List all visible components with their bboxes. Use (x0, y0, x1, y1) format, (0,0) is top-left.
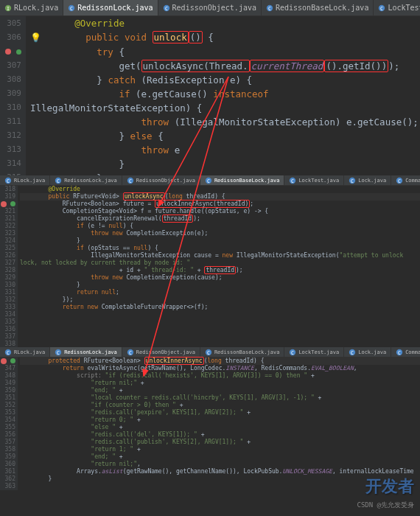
token: try (97, 46, 119, 57)
tab-rlock-java[interactable]: IRLock.java (0, 0, 63, 15)
code-line[interactable]: "return nil;", (20, 461, 420, 468)
code-line[interactable]: @Override (20, 186, 420, 193)
token: threadId (164, 215, 192, 222)
code-line[interactable]: }); (20, 296, 420, 304)
token: }); (63, 296, 73, 303)
code-line[interactable]: } (20, 237, 420, 245)
token: long (207, 358, 225, 364)
tab-locktest-java[interactable]: CLockTest.java (284, 175, 344, 185)
breakpoint-icon[interactable] (5, 49, 11, 55)
watermark: 开发者 (365, 475, 414, 498)
code-line[interactable]: "redis.call('del', KEYS[1]); " + (20, 431, 420, 439)
tab-rlock-java[interactable]: CRLock.java (0, 175, 50, 185)
code-line[interactable]: @Override (30, 16, 420, 30)
svg-text:C: C (398, 349, 401, 355)
code-line[interactable]: throw (IllegalMonitorStateException) e.g… (30, 115, 420, 129)
code-2[interactable]: @Override public RFuture<Void> unlockAsy… (18, 186, 420, 348)
code-line[interactable]: "end; " + (20, 387, 420, 394)
tab-label: RedissonObject.java (136, 178, 195, 184)
file-icon: C (289, 177, 296, 184)
token: (e.getCause() (136, 88, 213, 100)
tab-redissonbaselock-java[interactable]: CRedissonBaseLock.java (200, 175, 285, 185)
code-line[interactable]: if (e != null) { (20, 223, 420, 230)
token: ) { (147, 245, 158, 251)
tab-label: RedissonObject.java (136, 349, 195, 355)
code-line[interactable]: "return 1; " + (20, 446, 420, 453)
code-line[interactable]: "return nil;" + (20, 380, 420, 387)
token: "return 0; " (91, 416, 133, 423)
token: IllegalMonitorStateException cause = (91, 252, 222, 259)
code-line[interactable]: } else { (30, 129, 420, 143)
run-icon[interactable] (10, 201, 15, 206)
tab-label: RedissonLock.java (77, 4, 153, 12)
code-line[interactable]: "local counter = redis.call('hincrby', K… (20, 394, 420, 402)
code-line[interactable]: "else " + (20, 424, 420, 431)
code-line[interactable]: "redis.call('pexpire', KEYS[1], ARGV[2])… (20, 409, 420, 416)
code-line[interactable]: "redis.call('publish', KEYS[2], ARGV[1])… (20, 439, 420, 446)
code-line[interactable]: } (20, 282, 420, 289)
code-line[interactable]: throw new CompletionException(cause); (20, 274, 420, 282)
token: CompletionException(cause); (127, 274, 223, 281)
code-line[interactable]: return evalWriteAsync(getRawName(), Long… (20, 365, 420, 372)
bulb-icon[interactable]: 💡 (30, 32, 41, 43)
tab-redissonobject-java[interactable]: CRedissonObject.java (122, 347, 200, 357)
tab-label: RedissonBaseLock.java (276, 4, 368, 12)
breakpoint-icon[interactable] (1, 201, 7, 207)
svg-text:C: C (129, 349, 132, 355)
code-line[interactable]: protected RFuture<Boolean> unlockInnerAs… (20, 358, 420, 365)
file-icon: C (55, 177, 62, 184)
tab-lock-java[interactable]: CLock.java (344, 175, 391, 185)
code-line[interactable]: "return 0; " + (20, 416, 420, 424)
code-line[interactable]: RFuture<Boolean> future = unlockInnerAsy… (20, 201, 420, 208)
tab-label: RLock.java (14, 178, 45, 184)
tab-redissonbaselock-java[interactable]: CRedissonBaseLock.java (262, 0, 374, 15)
code-line[interactable]: "if (counter > 0) then " + (20, 402, 420, 409)
code-line[interactable]: return null; (20, 289, 420, 296)
code-line[interactable]: 💡 public void unlock() { (30, 30, 420, 45)
tab-redissonlock-java[interactable]: CRedissonLock.java (50, 175, 122, 185)
code-line[interactable]: script: "if (redis.call('hexists', KEYS[… (20, 372, 420, 380)
svg-text:C: C (7, 349, 10, 355)
code-3[interactable]: protected RFuture<Boolean> unlockInnerAs… (18, 358, 420, 490)
tab-locktest-java[interactable]: CLockTest.java (284, 347, 344, 357)
code-line[interactable]: return new CompletableFutureWrapper<>(f)… (20, 304, 420, 311)
line-number: 331 (0, 289, 15, 296)
code-line[interactable]: throw e (30, 143, 420, 157)
code-line[interactable]: } (30, 157, 420, 171)
token: null (102, 289, 116, 296)
tab-redissonobject-java[interactable]: CRedissonObject.java (122, 175, 200, 185)
code-line[interactable]: Arrays.asList(getRawName(), getChannelNa… (20, 468, 420, 475)
code-line[interactable]: IllegalMonitorStateException cause = new… (20, 252, 420, 267)
run-icon[interactable] (16, 49, 21, 55)
code-line[interactable]: try { (30, 45, 420, 59)
code-line[interactable]: } catch (RedisException e) { (30, 73, 420, 87)
code-line[interactable]: get(unlockAsync(Thread.currentThread().g… (30, 59, 420, 73)
breakpoint-icon[interactable] (1, 358, 7, 364)
code-line[interactable]: + id + " thread-id: " + threadId); (20, 267, 420, 274)
token: unlock (154, 32, 187, 43)
token: + (307, 372, 315, 379)
code-line[interactable]: if (e.getCause() instanceof IllegalMonit… (30, 87, 420, 115)
tab-locktest-java[interactable]: CLockTest.java (374, 0, 420, 15)
tab-redissonobject-java[interactable]: CRedissonObject.java (158, 0, 262, 15)
code-line[interactable]: } (20, 475, 420, 483)
code-line[interactable]: cancelExpirationRenewal(threadId); (20, 215, 420, 223)
token: + (133, 416, 141, 423)
tab-lock-java[interactable]: CLock.java (344, 347, 391, 357)
code-line[interactable]: CompletionStage<Void> f = future.handle(… (20, 208, 420, 215)
tab-rlock-java[interactable]: CRLock.java (0, 347, 50, 357)
line-number: 362 (0, 475, 15, 483)
code-line[interactable]: throw new CompletionException(e); (20, 230, 420, 237)
tab-redissonlock-java[interactable]: CRedissonLock.java (50, 347, 122, 357)
token: RFuture<Boolean> (84, 358, 144, 364)
tab-commandasyncexecutor-java[interactable]: CCommandAsyncExecutor.java (391, 175, 420, 185)
tab-redissonbaselock-java[interactable]: CRedissonBaseLock.java (200, 347, 285, 357)
token: + (119, 267, 127, 273)
run-icon[interactable] (10, 358, 15, 363)
code-line[interactable]: if (opStatus == null) { (20, 245, 420, 252)
token: evalWriteAsync(getRawName(), LongCodec. (88, 365, 226, 372)
code-line[interactable]: "end; " + (20, 453, 420, 461)
tab-commandasyncexecutor-java[interactable]: CCommandAsyncExecutor.java (391, 347, 420, 357)
tab-redissonlock-java[interactable]: CRedissonLock.java (63, 0, 158, 15)
token: "end; " (91, 453, 116, 460)
